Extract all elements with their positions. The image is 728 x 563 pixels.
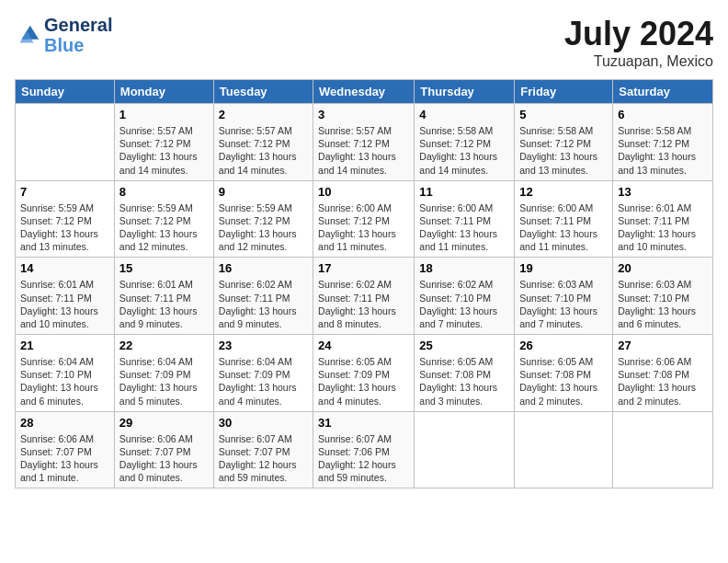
- day-number: 7: [20, 185, 109, 199]
- page-header: General Blue July 2024 Tuzuapan, Mexico: [15, 15, 713, 70]
- calendar-cell: 17Sunrise: 6:02 AM Sunset: 7:11 PM Dayli…: [313, 258, 415, 335]
- day-info: Sunrise: 5:59 AM Sunset: 7:12 PM Dayligh…: [219, 201, 308, 254]
- logo: General Blue: [15, 15, 112, 55]
- day-info: Sunrise: 5:57 AM Sunset: 7:12 PM Dayligh…: [119, 124, 209, 177]
- day-number: 29: [119, 416, 209, 430]
- calendar-cell: 5Sunrise: 5:58 AM Sunset: 7:12 PM Daylig…: [515, 104, 613, 181]
- calendar-week-2: 7Sunrise: 5:59 AM Sunset: 7:12 PM Daylig…: [16, 180, 713, 258]
- day-info: Sunrise: 6:05 AM Sunset: 7:08 PM Dayligh…: [519, 355, 608, 408]
- day-info: Sunrise: 6:01 AM Sunset: 7:11 PM Dayligh…: [119, 278, 209, 330]
- col-header-sunday: Sunday: [16, 80, 115, 104]
- calendar-week-1: 1Sunrise: 5:57 AM Sunset: 7:12 PM Daylig…: [16, 104, 713, 181]
- calendar-cell: 23Sunrise: 6:04 AM Sunset: 7:09 PM Dayli…: [213, 335, 313, 412]
- day-info: Sunrise: 6:02 AM Sunset: 7:10 PM Dayligh…: [419, 278, 509, 330]
- day-number: 10: [318, 185, 409, 199]
- calendar-location: Tuzuapan, Mexico: [564, 53, 713, 70]
- day-number: 16: [219, 261, 308, 275]
- day-info: Sunrise: 6:00 AM Sunset: 7:12 PM Dayligh…: [318, 201, 409, 254]
- day-number: 18: [419, 261, 509, 275]
- calendar-cell: 7Sunrise: 5:59 AM Sunset: 7:12 PM Daylig…: [16, 180, 115, 258]
- day-number: 30: [219, 416, 308, 430]
- day-number: 13: [618, 185, 708, 199]
- day-info: Sunrise: 6:04 AM Sunset: 7:10 PM Dayligh…: [20, 355, 109, 408]
- calendar-cell: 14Sunrise: 6:01 AM Sunset: 7:11 PM Dayli…: [16, 258, 115, 335]
- calendar-cell: 20Sunrise: 6:03 AM Sunset: 7:10 PM Dayli…: [613, 258, 713, 335]
- calendar-cell: 9Sunrise: 5:59 AM Sunset: 7:12 PM Daylig…: [213, 180, 313, 258]
- day-number: 4: [419, 108, 509, 121]
- calendar-cell: 18Sunrise: 6:02 AM Sunset: 7:10 PM Dayli…: [415, 258, 515, 335]
- col-header-saturday: Saturday: [613, 80, 713, 104]
- day-number: 3: [318, 108, 409, 121]
- calendar-cell: 6Sunrise: 5:58 AM Sunset: 7:12 PM Daylig…: [613, 104, 713, 181]
- calendar-cell: 11Sunrise: 6:00 AM Sunset: 7:11 PM Dayli…: [415, 180, 515, 258]
- day-info: Sunrise: 5:59 AM Sunset: 7:12 PM Dayligh…: [119, 201, 209, 254]
- col-header-thursday: Thursday: [415, 80, 515, 104]
- calendar-cell: 31Sunrise: 6:07 AM Sunset: 7:06 PM Dayli…: [313, 411, 415, 488]
- calendar-cell: 25Sunrise: 6:05 AM Sunset: 7:08 PM Dayli…: [415, 335, 515, 412]
- calendar-table: SundayMondayTuesdayWednesdayThursdayFrid…: [15, 79, 713, 488]
- day-info: Sunrise: 6:00 AM Sunset: 7:11 PM Dayligh…: [419, 201, 509, 254]
- day-info: Sunrise: 5:58 AM Sunset: 7:12 PM Dayligh…: [519, 124, 608, 177]
- day-info: Sunrise: 6:06 AM Sunset: 7:07 PM Dayligh…: [20, 432, 109, 485]
- logo-icon: [15, 22, 40, 48]
- day-number: 21: [20, 339, 109, 352]
- calendar-week-5: 28Sunrise: 6:06 AM Sunset: 7:07 PM Dayli…: [16, 411, 713, 488]
- day-number: 20: [618, 261, 708, 275]
- day-number: 14: [20, 261, 109, 275]
- logo-text-line2: Blue: [44, 35, 112, 55]
- calendar-cell: 27Sunrise: 6:06 AM Sunset: 7:08 PM Dayli…: [613, 335, 713, 412]
- day-info: Sunrise: 6:03 AM Sunset: 7:10 PM Dayligh…: [519, 278, 608, 330]
- calendar-cell: 15Sunrise: 6:01 AM Sunset: 7:11 PM Dayli…: [114, 258, 213, 335]
- calendar-cell: 26Sunrise: 6:05 AM Sunset: 7:08 PM Dayli…: [515, 335, 613, 412]
- day-info: Sunrise: 6:05 AM Sunset: 7:08 PM Dayligh…: [419, 355, 509, 408]
- day-number: 17: [318, 261, 409, 275]
- calendar-cell: 21Sunrise: 6:04 AM Sunset: 7:10 PM Dayli…: [16, 335, 115, 412]
- day-info: Sunrise: 6:03 AM Sunset: 7:10 PM Dayligh…: [618, 278, 708, 330]
- day-info: Sunrise: 6:00 AM Sunset: 7:11 PM Dayligh…: [519, 201, 608, 254]
- col-header-tuesday: Tuesday: [213, 80, 313, 104]
- day-info: Sunrise: 5:57 AM Sunset: 7:12 PM Dayligh…: [219, 124, 308, 177]
- day-info: Sunrise: 5:58 AM Sunset: 7:12 PM Dayligh…: [618, 124, 708, 177]
- calendar-cell: 24Sunrise: 6:05 AM Sunset: 7:09 PM Dayli…: [313, 335, 415, 412]
- day-number: 5: [519, 108, 608, 121]
- calendar-cell: 19Sunrise: 6:03 AM Sunset: 7:10 PM Dayli…: [515, 258, 613, 335]
- day-info: Sunrise: 5:58 AM Sunset: 7:12 PM Dayligh…: [419, 124, 509, 177]
- day-info: Sunrise: 6:07 AM Sunset: 7:07 PM Dayligh…: [219, 432, 308, 485]
- calendar-cell: 3Sunrise: 5:57 AM Sunset: 7:12 PM Daylig…: [313, 104, 415, 181]
- day-info: Sunrise: 6:04 AM Sunset: 7:09 PM Dayligh…: [119, 355, 209, 408]
- calendar-cell: 16Sunrise: 6:02 AM Sunset: 7:11 PM Dayli…: [213, 258, 313, 335]
- calendar-cell: 2Sunrise: 5:57 AM Sunset: 7:12 PM Daylig…: [213, 104, 313, 181]
- calendar-cell: 4Sunrise: 5:58 AM Sunset: 7:12 PM Daylig…: [415, 104, 515, 181]
- calendar-cell: 29Sunrise: 6:06 AM Sunset: 7:07 PM Dayli…: [114, 411, 213, 488]
- day-number: 11: [419, 185, 509, 199]
- day-number: 6: [618, 108, 708, 121]
- day-info: Sunrise: 6:01 AM Sunset: 7:11 PM Dayligh…: [618, 201, 708, 254]
- day-number: 24: [318, 339, 409, 352]
- calendar-week-3: 14Sunrise: 6:01 AM Sunset: 7:11 PM Dayli…: [16, 258, 713, 335]
- calendar-cell: 8Sunrise: 5:59 AM Sunset: 7:12 PM Daylig…: [114, 180, 213, 258]
- day-info: Sunrise: 5:57 AM Sunset: 7:12 PM Dayligh…: [318, 124, 409, 177]
- calendar-header-row: SundayMondayTuesdayWednesdayThursdayFrid…: [16, 80, 713, 104]
- day-number: 22: [119, 339, 209, 352]
- calendar-cell: 30Sunrise: 6:07 AM Sunset: 7:07 PM Dayli…: [213, 411, 313, 488]
- calendar-cell: [16, 104, 115, 181]
- col-header-monday: Monday: [114, 80, 213, 104]
- day-number: 31: [318, 416, 409, 430]
- calendar-week-4: 21Sunrise: 6:04 AM Sunset: 7:10 PM Dayli…: [16, 335, 713, 412]
- day-info: Sunrise: 6:06 AM Sunset: 7:07 PM Dayligh…: [119, 432, 209, 485]
- day-number: 28: [20, 416, 109, 430]
- day-info: Sunrise: 6:05 AM Sunset: 7:09 PM Dayligh…: [318, 355, 409, 408]
- col-header-wednesday: Wednesday: [313, 80, 415, 104]
- calendar-cell: [613, 411, 713, 488]
- day-number: 23: [219, 339, 308, 352]
- day-number: 27: [618, 339, 708, 352]
- day-number: 8: [119, 185, 209, 199]
- day-number: 26: [519, 339, 608, 352]
- calendar-cell: 10Sunrise: 6:00 AM Sunset: 7:12 PM Dayli…: [313, 180, 415, 258]
- day-number: 15: [119, 261, 209, 275]
- day-number: 25: [419, 339, 509, 352]
- day-number: 2: [219, 108, 308, 121]
- logo-text-line1: General: [44, 15, 112, 35]
- day-info: Sunrise: 6:04 AM Sunset: 7:09 PM Dayligh…: [219, 355, 308, 408]
- calendar-cell: [415, 411, 515, 488]
